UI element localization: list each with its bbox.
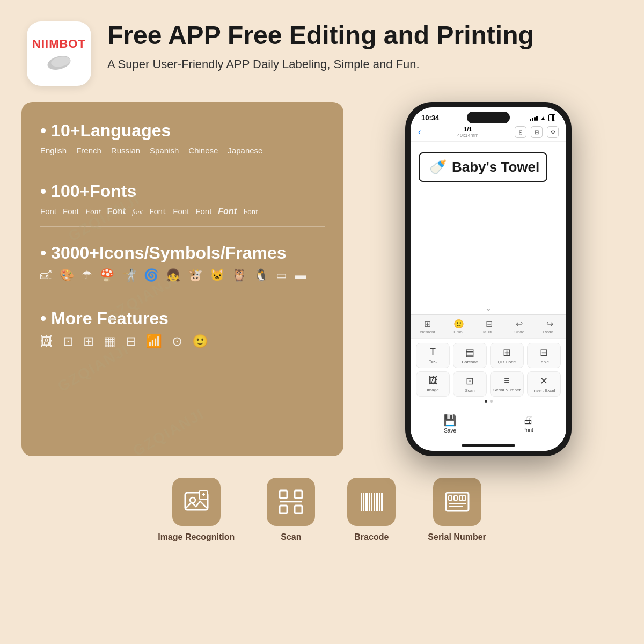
- icon-mushroom: 🍄: [100, 268, 114, 282]
- dot-1: [485, 400, 487, 402]
- chevron-down-icon: ⌄: [485, 304, 492, 312]
- mf-qr: ⊞: [83, 334, 94, 349]
- watermark-3: GZQIANJI: [55, 341, 132, 396]
- serial-icon: ≡: [504, 375, 510, 386]
- nav-action-icons: ⎘ ⊟ ⚙: [515, 126, 559, 138]
- nav-bar: ‹ 1/1 40x14mm ⎘ ⊟ ⚙: [411, 124, 566, 142]
- insert-qrcode[interactable]: ⊞ QR Code: [490, 343, 524, 368]
- toolbar-redo[interactable]: ↪ Redo...: [539, 317, 561, 336]
- redo-icon: ↪: [546, 319, 553, 329]
- icon-art: 🎨: [60, 268, 74, 282]
- mf-scan: ⊡: [63, 334, 74, 349]
- mf-wifi: 📶: [146, 334, 162, 349]
- multi-icon: ⊟: [486, 319, 493, 329]
- status-bar: 10:34 ▲ ▐: [411, 107, 566, 124]
- svg-rect-19: [379, 493, 380, 511]
- svg-rect-8: [295, 491, 302, 498]
- insert-serial[interactable]: ≡ Serial Number: [490, 371, 524, 397]
- font-4: Font: [107, 207, 126, 216]
- insert-image[interactable]: 🖼 Image: [416, 371, 450, 397]
- home-bar: [462, 444, 515, 447]
- toolbar-emoji[interactable]: 🙂 Emoji: [449, 317, 469, 336]
- image-icon: 🖼: [428, 375, 438, 386]
- toolbar-element[interactable]: ⊞ element: [415, 317, 439, 336]
- settings-icon[interactable]: ⚙: [547, 126, 559, 138]
- expand-indicator[interactable]: ⌄: [411, 302, 566, 314]
- insert-barcode[interactable]: ▤ Barcode: [453, 343, 487, 368]
- label-preview[interactable]: 🍼 Baby's Towel: [419, 152, 547, 182]
- print-button[interactable]: 🖨 Print: [522, 414, 533, 434]
- insert-table[interactable]: ⊟ Table: [527, 343, 561, 368]
- languages-title: • 10+Languages: [40, 121, 325, 141]
- insert-grid: T Text ▤ Barcode ⊞ QR Code ⊟: [416, 343, 561, 397]
- scan-icon: ⊡: [466, 375, 474, 387]
- barcode-icon: ▤: [465, 347, 474, 358]
- lang-chinese: Chinese: [188, 146, 218, 155]
- languages-section: • 10+Languages English French Russian Sp…: [40, 121, 325, 165]
- top-section: NIIMBOT Free APP Free Editing and Printi…: [0, 0, 644, 97]
- battery-icon: ▐: [548, 114, 555, 121]
- icon-cat: 🐱: [210, 268, 224, 282]
- divider-1: [40, 165, 325, 165]
- app-icon: NIIMBOT: [27, 21, 91, 86]
- insert-text[interactable]: T Text: [416, 343, 450, 368]
- svg-rect-14: [365, 493, 368, 511]
- feature-image-recognition: Image Recognition: [158, 478, 235, 542]
- scan-label: Scan: [281, 532, 301, 542]
- barcode-label: Bracode: [354, 532, 389, 542]
- status-icons: ▲ ▐: [530, 114, 555, 122]
- back-button[interactable]: ‹: [418, 127, 421, 137]
- insert-panel: T Text ▤ Barcode ⊞ QR Code ⊟: [411, 338, 566, 409]
- languages-row: English French Russian Spanish Chinese J…: [40, 146, 325, 155]
- features-panel: GZQIANJI GZQIANJI GZQIANJI GZQIANJI • 10…: [21, 102, 343, 456]
- nav-center: 1/1 40x14mm: [457, 126, 479, 138]
- image-recognition-icon-box: [172, 478, 221, 526]
- print-icon: 🖨: [523, 414, 533, 426]
- font-10: Font: [243, 207, 258, 216]
- mf-shape: ⊙: [172, 334, 182, 349]
- copy-icon[interactable]: ⎘: [515, 126, 526, 138]
- svg-rect-13: [363, 493, 364, 511]
- icon-figure: 🤺: [122, 268, 136, 282]
- insert-excel[interactable]: ✕ Insert Excel: [527, 371, 561, 397]
- feature-scan: Scan: [267, 478, 315, 542]
- font-7: Font: [173, 207, 189, 216]
- serial-number-label: Serial Number: [428, 532, 486, 542]
- toolbar-multi[interactable]: ⊟ Multi...: [479, 317, 500, 336]
- icon-cow: 🐮: [188, 268, 202, 282]
- font-9: Font: [218, 207, 237, 216]
- app-leaf-icon: [45, 52, 74, 71]
- svg-rect-17: [374, 493, 375, 511]
- toolbar-undo[interactable]: ↩ Undo: [510, 317, 529, 336]
- mf-image: 🖼: [40, 334, 53, 349]
- svg-rect-15: [369, 493, 370, 511]
- save-button[interactable]: 💾 Save: [443, 414, 457, 434]
- save-icon: 💾: [443, 414, 457, 427]
- fonts-row: Font Font Font Font font Font Font Font …: [40, 207, 325, 217]
- icon-frame2: ▬: [295, 268, 306, 282]
- bottom-action-bar: 💾 Save 🖨 Print: [411, 409, 566, 440]
- barcode-feature-icon: [358, 488, 385, 515]
- main-title: Free APP Free Editing and Printing: [107, 21, 617, 50]
- feature-serial-number: Serial Number: [428, 478, 486, 542]
- label-text-display: Baby's Towel: [452, 159, 539, 175]
- svg-rect-23: [454, 496, 457, 500]
- main-content: GZQIANJI GZQIANJI GZQIANJI GZQIANJI • 10…: [0, 102, 644, 456]
- undo-icon: ↩: [516, 319, 523, 329]
- app-name: NIIMBOT: [32, 37, 86, 51]
- divider-3: [40, 292, 325, 292]
- lang-english: English: [40, 146, 67, 155]
- insert-scan[interactable]: ⊡ Scan: [453, 371, 487, 397]
- icons-row: 🛋 🎨 ☂ 🍄 🤺 🌀 👧 🐮 🐱 🦉 🐧 ▭ ▬: [40, 268, 325, 282]
- wifi-icon: ▲: [540, 114, 546, 122]
- emoji-icon: 🙂: [453, 319, 464, 329]
- icon-bed: 🛋: [40, 268, 52, 282]
- icons-section: • 3000+Icons/Symbols/Frames 🛋 🎨 ☂ 🍄 🤺 🌀 …: [40, 243, 325, 292]
- svg-rect-10: [295, 506, 302, 513]
- excel-icon: ✕: [540, 375, 548, 387]
- phone-panel: 10:34 ▲ ▐ ‹: [354, 102, 623, 456]
- label-bottle-icon: 🍼: [429, 159, 447, 175]
- lang-spanish: Spanish: [150, 146, 179, 155]
- svg-rect-7: [280, 491, 287, 498]
- page-icon[interactable]: ⊟: [531, 126, 543, 138]
